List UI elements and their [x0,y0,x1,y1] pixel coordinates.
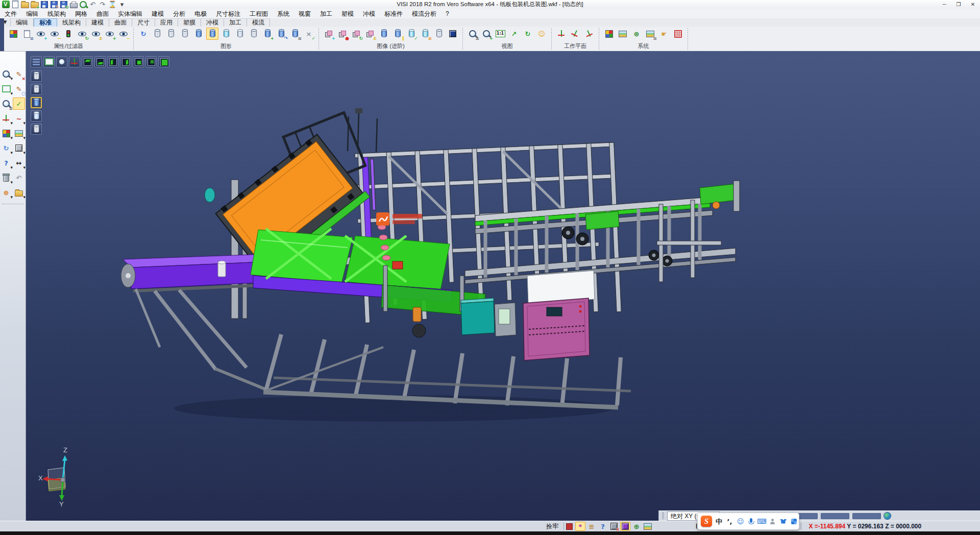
isolate-icon[interactable]: × [609,522,619,531]
modify-attributes-icon[interactable] [7,28,19,40]
dynamic-mode-icon[interactable] [620,522,630,531]
macro-record-icon[interactable] [564,522,574,531]
wire-solid-icon[interactable] [433,28,445,40]
image-capture-icon[interactable] [617,28,629,40]
tab-9[interactable]: 加工 [224,18,247,27]
solid-cube-icon[interactable] [447,28,459,40]
tab-6[interactable]: 应用 [155,18,178,27]
status-slot-button[interactable] [852,513,881,519]
tab-7[interactable]: 塑膜 [178,18,201,27]
view-left-icon[interactable] [107,56,118,67]
mode-shaded-icon[interactable] [31,97,42,108]
minimize-button[interactable]: ─ [937,1,951,9]
selection-filter-icon[interactable]: ☛ [658,28,670,40]
model-viewport[interactable]: X Y Z [26,51,980,521]
view-axes-icon[interactable] [69,56,80,67]
print-preview-icon[interactable] [79,0,88,9]
shaded-view-icon[interactable] [192,28,205,40]
maximize-button[interactable]: ❐ [951,1,966,9]
wrench-settings-icon[interactable]: ×✓ [303,28,315,40]
zoom-in-out-tool[interactable]: ± [0,98,12,110]
undo-tool[interactable]: ↶ [13,172,25,184]
zoom-selection-icon[interactable]: + [480,28,493,40]
selection-frame-tool[interactable]: ▾ [0,83,12,95]
new-file-icon[interactable] [11,0,20,9]
zoom-extents-icon[interactable]: ± [467,28,479,40]
menu-item-13[interactable]: 加工 [315,9,337,18]
color-table-icon[interactable] [603,28,615,40]
machine-model[interactable] [26,51,980,521]
wireframe-view-icon[interactable] [151,28,163,40]
menu-item-15[interactable]: 冲模 [358,9,380,18]
view-back-icon[interactable] [145,56,157,67]
tab-2[interactable]: 线架构 [57,18,86,27]
validate-solid-icon[interactable]: ✓ [405,28,418,40]
shading-mode-icon[interactable]: ☺ [535,28,548,40]
insert-file-icon[interactable]: + [30,0,39,9]
visibility-filter-icon[interactable] [62,28,75,40]
menu-item-14[interactable]: 塑模 [337,9,358,18]
menu-item-0[interactable]: 文件 [0,9,21,18]
transparent-view-icon[interactable] [220,28,232,40]
hide-remove-icon[interactable]: − [48,28,61,40]
confirm-tool[interactable]: ✓ [13,98,25,110]
qat-more-icon[interactable]: ▾ [117,0,127,9]
hidden-line-view-icon[interactable] [165,28,177,40]
menu-item-18[interactable]: ? [441,9,454,18]
open-file-icon[interactable] [20,0,30,9]
refresh-graphics-icon[interactable]: ↻ [137,28,150,40]
fit-view-icon[interactable] [43,56,55,67]
save-all-icon[interactable]: ↻ [59,0,68,9]
menu-item-3[interactable]: 网格 [70,9,92,18]
ime-skin-icon[interactable] [768,515,777,527]
attribute-info-icon[interactable]: ≡ [21,28,33,40]
layer-manager-tool[interactable]: ▾ [0,127,12,139]
tab-5[interactable]: 尺寸 [132,18,155,27]
help-tool[interactable]: ?▾ [0,157,12,169]
redo-icon[interactable]: ↷ [98,0,107,9]
view-right-icon[interactable] [120,56,131,67]
delete-tool[interactable]: ▾ [0,172,12,184]
edit-curve-tool[interactable]: ✎○ [13,83,25,95]
menu-item-5[interactable]: 实体编辑 [113,9,147,18]
spline-edit-tool[interactable]: ~▾ [13,112,25,125]
grid-config-icon[interactable] [672,28,684,40]
system-options-tool[interactable]: ⊛▾ [0,186,12,199]
menu-item-8[interactable]: 电极 [190,9,211,18]
graphics-report-icon[interactable]: ≡ [289,28,301,40]
menu-item-11[interactable]: 系统 [273,9,294,18]
context-help-icon[interactable]: ? [598,522,608,531]
pan-view-icon[interactable]: ↗ [508,28,520,40]
system-config-icon[interactable]: ⊛ [630,28,643,40]
menu-item-12[interactable]: 视窗 [294,9,315,18]
tab-0[interactable]: 编辑 [11,18,34,27]
dashed-hidden-view-icon[interactable] [179,28,191,40]
sogou-logo[interactable]: S [700,515,713,527]
zoom-1-1-icon[interactable]: 1:1 [494,28,506,40]
tab-1[interactable]: 标准 [34,18,57,27]
file-browser-tool[interactable]: ▾ [13,186,25,199]
shading-tool[interactable]: ▾ [13,142,25,154]
hide-all-icon[interactable]: − [117,28,130,40]
menu-item-10[interactable]: 工程图 [245,9,273,18]
viewport-layout-tool[interactable]: ▾ [13,127,25,139]
solid-sheet-icon[interactable]: ≡ [419,28,431,40]
zoom-window-tool[interactable]: ▾ [0,68,12,80]
status-slot-button[interactable] [821,513,849,519]
striped-solid-icon[interactable] [378,28,390,40]
toggle-visibility-icon[interactable]: ± [90,28,102,40]
scene-menu-icon[interactable] [31,56,42,67]
striped-yellow-icon[interactable]: ∥ [391,28,404,40]
mode-ghost-icon[interactable] [31,110,42,121]
mode-hidden-icon[interactable] [31,84,42,95]
viewports-icon[interactable] [643,522,653,531]
ime-mic-icon[interactable] [746,515,756,527]
filter-entities-icon[interactable]: ● [336,28,349,40]
pencil-grade-icon[interactable]: ≡ [586,522,597,531]
tab-3[interactable]: 建模 [86,18,109,27]
save-as-icon[interactable]: ✎ [50,0,59,9]
tab-4[interactable]: 曲面 [109,18,132,27]
workplane-origin-icon[interactable] [555,28,568,40]
close-button[interactable]: ✕ [966,1,980,9]
render-options-icon[interactable]: + [261,28,274,40]
